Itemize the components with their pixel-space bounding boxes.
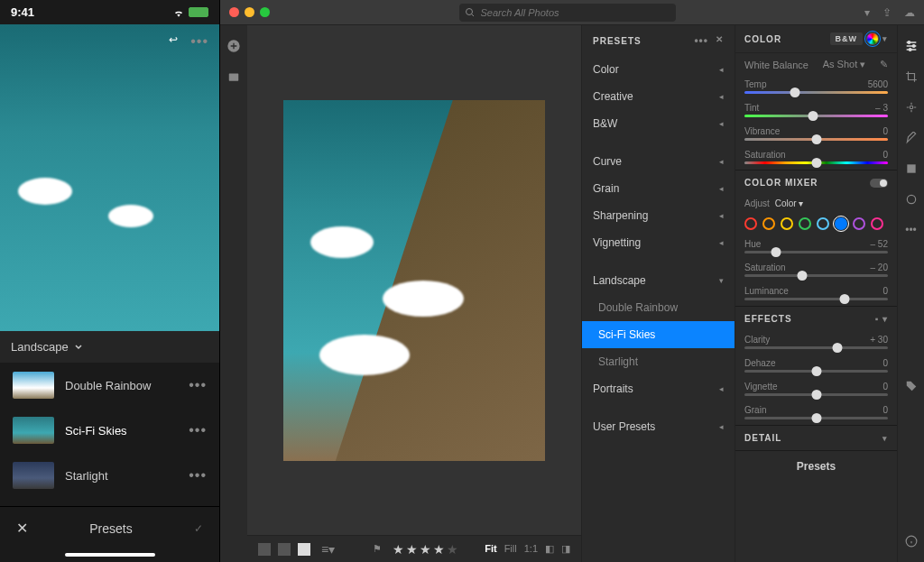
slider-grain[interactable]: Grain0 xyxy=(735,401,897,425)
heal-icon[interactable] xyxy=(903,99,919,115)
status-bar: 9:41 xyxy=(0,0,219,24)
preset-group-sharpening[interactable]: Sharpening◂ xyxy=(582,202,735,229)
color-dot[interactable] xyxy=(835,217,847,230)
adjust-label: Adjust xyxy=(744,198,770,208)
slider-saturation[interactable]: Saturation0 xyxy=(735,146,897,170)
chevron-down-icon[interactable]: ▾ xyxy=(882,434,888,443)
color-dot[interactable] xyxy=(817,217,829,230)
more-icon[interactable]: ••• xyxy=(694,34,708,47)
chevron-down-icon[interactable]: ▾ xyxy=(882,34,888,43)
tag-icon[interactable] xyxy=(903,378,919,394)
presets-footer-button[interactable]: Presets xyxy=(735,450,897,482)
info-icon[interactable] xyxy=(903,533,919,549)
preset-item-double-rainbow[interactable]: Double Rainbow ••• xyxy=(0,363,219,408)
brush-icon[interactable] xyxy=(903,130,919,146)
preset-group-curve[interactable]: Curve◂ xyxy=(582,148,735,175)
edit-sliders-icon[interactable] xyxy=(903,38,919,54)
preset-group-creative[interactable]: Creative◂ xyxy=(582,83,735,110)
before-after-icon[interactable]: ◨ xyxy=(561,543,570,555)
sort-button[interactable]: ≡▾ xyxy=(321,542,335,557)
color-dot[interactable] xyxy=(871,217,883,230)
fill-button[interactable]: Fill xyxy=(504,543,517,555)
close-icon[interactable]: ✕ xyxy=(716,34,724,47)
canvas-image[interactable] xyxy=(283,100,545,461)
color-dot[interactable] xyxy=(762,217,775,230)
preset-group-user[interactable]: User Presets◂ xyxy=(582,413,735,440)
slider-luminance[interactable]: Luminance0 xyxy=(735,282,897,306)
svg-point-6 xyxy=(910,106,913,109)
close-window-button[interactable] xyxy=(229,7,239,17)
slider-dehaze[interactable]: Dehaze0 xyxy=(735,355,897,378)
filter-icon[interactable]: ▾ xyxy=(864,6,870,19)
maximize-window-button[interactable] xyxy=(260,7,270,17)
crop-icon[interactable] xyxy=(903,69,919,85)
color-dot[interactable] xyxy=(799,217,811,230)
color-wheel-icon[interactable] xyxy=(866,32,879,45)
slider-saturation[interactable]: Saturation– 20 xyxy=(735,259,897,282)
slider-vignette[interactable]: Vignette0 xyxy=(735,378,897,401)
slider-tint[interactable]: Tint– 3 xyxy=(735,99,897,123)
slider-hue[interactable]: Hue– 52 xyxy=(735,235,897,259)
slider-clarity[interactable]: Clarity+ 30 xyxy=(735,331,897,355)
effects-menu-icon[interactable]: ▪ ▾ xyxy=(875,314,888,324)
wb-value[interactable]: As Shot ▾ xyxy=(823,59,866,70)
bw-toggle-button[interactable]: B&W xyxy=(830,32,864,45)
more-icon[interactable]: ••• xyxy=(190,33,208,50)
minimize-window-button[interactable] xyxy=(245,7,254,17)
ratio-button[interactable]: 1:1 xyxy=(524,543,538,555)
more-icon[interactable]: ••• xyxy=(189,377,207,393)
right-tool-strip: ••• xyxy=(897,25,924,562)
cloud-icon[interactable]: ☁ xyxy=(904,6,915,19)
more-icon[interactable]: ••• xyxy=(189,467,207,484)
preset-item-scifi-skies[interactable]: Sci-Fi Skies xyxy=(582,321,735,348)
slider-vibrance[interactable]: Vibrance0 xyxy=(735,123,897,146)
canvas-area: ≡▾ ⚑ ★★★★★ Fit Fill 1:1 ◧ ◨ xyxy=(247,25,581,562)
more-icon[interactable]: ••• xyxy=(903,222,919,238)
check-icon[interactable]: ✓ xyxy=(194,522,203,535)
share-icon[interactable]: ⇪ xyxy=(882,6,892,19)
grid-view-button[interactable] xyxy=(258,543,271,556)
more-icon[interactable]: ••• xyxy=(189,422,207,438)
preset-item-starlight[interactable]: Starlight xyxy=(582,348,735,375)
preset-category-selector[interactable]: Landscape xyxy=(0,331,219,363)
single-view-button[interactable] xyxy=(298,543,310,556)
preset-label: Starlight xyxy=(65,469,178,483)
mixer-toggle[interactable] xyxy=(870,179,888,188)
preset-item-scifi-skies[interactable]: Sci-Fi Skies ••• xyxy=(0,408,219,453)
color-dot[interactable] xyxy=(853,217,865,230)
preset-group-color[interactable]: Color◂ xyxy=(582,56,735,83)
effects-title: EFFECTS xyxy=(744,314,792,324)
preset-item-double-rainbow[interactable]: Double Rainbow xyxy=(582,294,735,321)
preset-item-starlight[interactable]: Starlight ••• xyxy=(0,453,219,498)
grid-view-button-2[interactable] xyxy=(278,543,291,556)
wb-label: White Balance xyxy=(744,60,808,70)
fit-button[interactable]: Fit xyxy=(485,543,496,555)
radial-gradient-icon[interactable] xyxy=(903,191,919,207)
canvas-footer: ≡▾ ⚑ ★★★★★ Fit Fill 1:1 ◧ ◨ xyxy=(247,535,581,562)
preset-thumb xyxy=(13,372,54,399)
compare-icon[interactable]: ◧ xyxy=(545,543,554,555)
flag-icon[interactable]: ⚑ xyxy=(373,543,382,555)
preset-group-bw[interactable]: B&W◂ xyxy=(582,110,735,137)
library-button[interactable] xyxy=(226,69,242,85)
svg-rect-2 xyxy=(229,74,239,81)
close-icon[interactable]: ✕ xyxy=(16,520,28,537)
undo-icon[interactable]: ↩︎ xyxy=(169,33,178,50)
search-input[interactable] xyxy=(459,4,676,22)
preset-group-portraits[interactable]: Portraits◂ xyxy=(582,375,735,402)
preset-group-landscape[interactable]: Landscape▾ xyxy=(582,267,735,294)
preset-category-label: Landscape xyxy=(11,340,69,354)
color-dot[interactable] xyxy=(781,217,793,230)
preset-label: Double Rainbow xyxy=(65,379,178,392)
slider-temp[interactable]: Temp5600 xyxy=(735,76,897,99)
color-dot[interactable] xyxy=(744,217,757,230)
wifi-icon xyxy=(172,6,185,19)
rating-stars[interactable]: ★★★★★ xyxy=(393,542,458,557)
linear-gradient-icon[interactable] xyxy=(903,161,919,177)
adjust-value[interactable]: Color ▾ xyxy=(775,198,804,208)
add-photo-button[interactable] xyxy=(226,38,242,54)
preset-group-grain[interactable]: Grain◂ xyxy=(582,175,735,202)
preset-group-vignetting[interactable]: Vignetting◂ xyxy=(582,229,735,256)
eyedropper-icon[interactable]: ✎ xyxy=(880,59,888,70)
preset-label: Sci-Fi Skies xyxy=(65,424,178,438)
